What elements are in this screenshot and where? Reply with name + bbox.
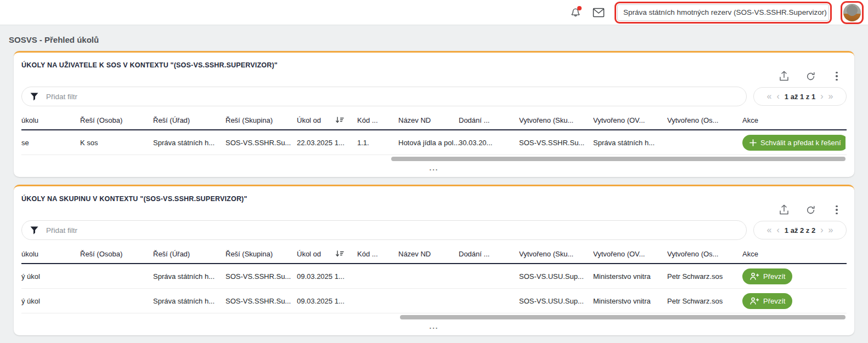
horizontal-scrollbar: [21, 157, 847, 161]
context-select-value: Správa státních hmotných rezerv (SOS-VS.…: [623, 8, 827, 16]
panel-toolbar: [21, 69, 842, 83]
take-over-button[interactable]: Převzít: [742, 293, 792, 309]
context-select[interactable]: Správa státních hmotných rezerv (SOS-VS.…: [617, 4, 829, 21]
action-button-label: Převzít: [763, 272, 785, 281]
filter-placeholder: Přidat filtr: [46, 93, 77, 101]
header-cell[interactable]: Vytvořeno (Os...: [667, 250, 742, 258]
header-cell[interactable]: Vytvořeno (OV...: [593, 116, 667, 124]
table-cell: 1.1.: [357, 139, 398, 147]
header-cell[interactable]: Řeší (Úřad): [153, 116, 226, 124]
header-cell[interactable]: Řeší (Skupina): [226, 116, 297, 124]
tasks-table: úkoluŘeší (Osoba)Řeší (Úřad)Řeší (Skupin…: [21, 111, 847, 155]
refresh-icon[interactable]: [805, 71, 816, 82]
action-cell: Převzít: [742, 293, 846, 309]
table-cell: Ministerstvo vnitra: [593, 297, 667, 305]
header-cell[interactable]: Název ND: [398, 116, 459, 124]
table-row[interactable]: ý úkolSpráva státních h...SOS-VS.SSHR.Su…: [21, 289, 847, 313]
header-cell[interactable]: Kód ...: [357, 116, 398, 124]
header-cell[interactable]: Vytvořeno (OV...: [593, 250, 667, 258]
filter-row: Přidat filtr « ‹ 1 až 1 z 1 › »: [21, 87, 847, 106]
table-cell: Petr Schwarz.sos: [667, 272, 742, 281]
header-cell[interactable]: Úkol od: [297, 116, 357, 124]
horizontal-scrollbar-thumb[interactable]: [391, 157, 846, 161]
header-cell[interactable]: Dodání ...: [459, 116, 519, 124]
page-title: SOSVS - Přehled úkolů: [9, 35, 854, 44]
table-cell: SOS-VS.USU.Sup...: [519, 272, 593, 281]
refresh-icon[interactable]: [805, 204, 816, 215]
header-cell[interactable]: Vytvořeno (Sku...: [519, 116, 593, 124]
header-cell[interactable]: Dodání ...: [459, 250, 519, 258]
panel-group-tasks: ÚKOLY NA SKUPINU V KONTEXTU "(SOS-VS.SSH…: [14, 185, 854, 335]
header-cell[interactable]: úkolu: [21, 116, 80, 124]
last-page-button[interactable]: »: [828, 226, 833, 235]
notification-bell-icon[interactable]: [568, 5, 583, 20]
export-icon[interactable]: [779, 71, 790, 82]
header-cell[interactable]: Akce: [742, 116, 846, 124]
header-cell[interactable]: úkolu: [21, 250, 80, 258]
table-row[interactable]: seK sosSpráva státních h...SOS-VS.SSHR.S…: [21, 130, 847, 155]
person-add-icon: [749, 297, 759, 305]
sort-descending-icon[interactable]: [335, 250, 344, 258]
table-cell: ý úkol: [21, 297, 80, 305]
approve-forward-button[interactable]: Schválit a předat k řešení: [742, 135, 846, 151]
table-cell: Hotová jídla a pol...: [398, 139, 459, 147]
notification-dot: [577, 6, 582, 10]
first-page-button[interactable]: «: [767, 226, 772, 235]
first-page-button[interactable]: «: [767, 92, 772, 101]
sort-descending-icon[interactable]: [335, 116, 344, 124]
horizontal-scrollbar: [21, 315, 847, 319]
pagination: « ‹ 1 až 1 z 1 › »: [753, 87, 847, 106]
header-cell[interactable]: Úkol od: [297, 250, 357, 258]
header-cell[interactable]: Kód ...: [357, 250, 398, 258]
table-cell: SOS-VS.SSHR.Su...: [226, 297, 297, 305]
header-cell[interactable]: Vytvořeno (Sku...: [519, 250, 593, 258]
prev-page-button[interactable]: ‹: [776, 226, 779, 235]
filter-input[interactable]: Přidat filtr: [21, 87, 747, 106]
table-cell: 09.03.2025 1...: [297, 272, 357, 281]
panel-user-tasks: ÚKOLY NA UŽIVATELE K SOS V KONTEXTU "(SO…: [14, 51, 854, 177]
table-cell: Správa státních h...: [153, 272, 226, 281]
kebab-menu-icon[interactable]: [831, 71, 842, 82]
table-cell: se: [21, 139, 80, 147]
table-cell: Správa státních h...: [153, 139, 226, 147]
table-header-row: úkoluŘeší (Osoba)Řeší (Úřad)Řeší (Skupin…: [21, 244, 847, 264]
expand-more-button[interactable]: ...: [21, 322, 847, 332]
last-page-button[interactable]: »: [828, 92, 833, 101]
kebab-menu-icon[interactable]: [831, 204, 842, 215]
messages-envelope-icon[interactable]: [591, 5, 606, 20]
expand-more-button[interactable]: ...: [21, 163, 847, 174]
header-cell[interactable]: Řeší (Úřad): [153, 250, 226, 258]
header-cell[interactable]: Řeší (Osoba): [80, 250, 153, 258]
pagination-label: 1 až 2 z 2: [785, 226, 815, 235]
prev-page-button[interactable]: ‹: [776, 92, 779, 101]
topbar: Správa státních hmotných rezerv (SOS-VS.…: [0, 0, 868, 25]
action-cell: Převzít: [742, 268, 846, 284]
pagination-label: 1 až 1 z 1: [785, 93, 815, 101]
export-icon[interactable]: [779, 204, 790, 215]
table-cell: 09.03.2025 1...: [297, 297, 357, 305]
funnel-filter-icon: [30, 226, 38, 235]
avatar-highlight-annotation: [841, 1, 864, 24]
filter-row: Přidat filtr « ‹ 1 až 2 z 2 › »: [21, 220, 847, 240]
panel-group-tasks-title: ÚKOLY NA SKUPINU V KONTEXTU "(SOS-VS.SSH…: [21, 193, 847, 203]
table-cell: Petr Schwarz.sos: [667, 297, 742, 305]
table-row[interactable]: ý úkolSpráva státních h...SOS-VS.SSHR.Su…: [21, 264, 847, 289]
avatar[interactable]: [843, 4, 861, 21]
take-over-button[interactable]: Převzít: [742, 268, 792, 284]
header-cell[interactable]: Akce: [742, 250, 846, 258]
table-cell: 22.03.2025 1...: [297, 139, 357, 147]
horizontal-scrollbar-thumb[interactable]: [400, 315, 846, 319]
next-page-button[interactable]: ›: [820, 226, 823, 235]
header-cell[interactable]: Vytvořeno (Os...: [667, 116, 742, 124]
next-page-button[interactable]: ›: [820, 92, 823, 101]
action-button-label: Schválit a předat k řešení: [760, 139, 841, 147]
table-cell: ý úkol: [21, 272, 80, 281]
action-cell: Schválit a předat k řešení: [742, 135, 846, 151]
filter-input[interactable]: Přidat filtr: [21, 220, 747, 240]
table-header-row: úkoluŘeší (Osoba)Řeší (Úřad)Řeší (Skupin…: [21, 111, 847, 130]
panel-toolbar: [21, 203, 842, 217]
header-cell[interactable]: Řeší (Osoba): [80, 116, 153, 124]
main-content: SOSVS - Přehled úkolů ÚKOLY NA UŽIVATELE…: [0, 25, 868, 335]
header-cell[interactable]: Název ND: [398, 250, 459, 258]
header-cell[interactable]: Řeší (Skupina): [226, 250, 297, 258]
